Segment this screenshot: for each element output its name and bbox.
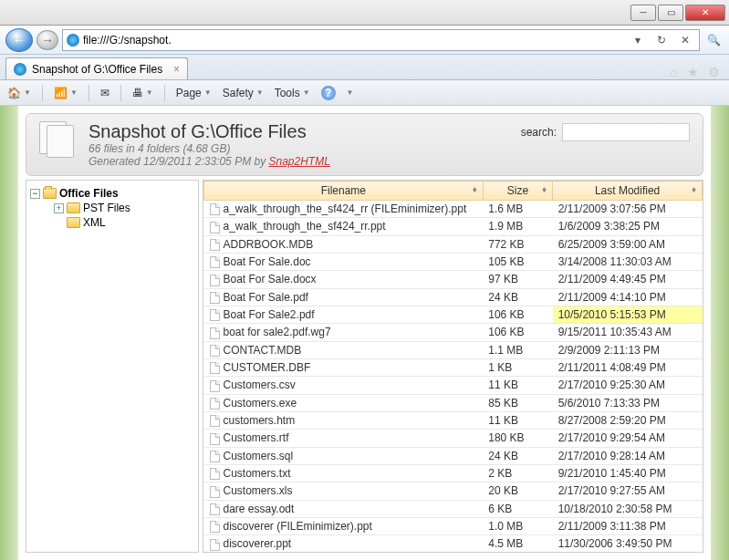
cell-size: 6 KB [483, 500, 552, 517]
refresh-icon[interactable]: ↻ [651, 30, 672, 50]
file-icon [210, 362, 220, 374]
url-input[interactable] [83, 34, 624, 47]
table-row[interactable]: customers.htm11 KB8/27/2008 2:59:20 PM [204, 411, 703, 429]
page-content: Snapshot of G:\Office Files 66 files in … [0, 106, 729, 560]
sort-icon: ♦ [542, 184, 547, 194]
home-menu-icon[interactable]: 🏠▼ [7, 87, 31, 99]
cell-filename: a_walk_through_the_sf424_rr.ppt [204, 218, 484, 235]
snap2html-link[interactable]: Snap2HTML [268, 155, 329, 168]
table-row[interactable]: CONTACT.MDB1.1 MB2/9/2009 2:11:13 PM [204, 341, 703, 358]
table-row[interactable]: ADDRBOOK.MDB772 KB6/25/2009 3:59:00 AM [204, 235, 703, 253]
tree-child[interactable]: + PST Files [30, 201, 194, 215]
expand-icon[interactable]: + [54, 203, 64, 213]
collapse-icon[interactable]: − [30, 189, 40, 199]
home-icon[interactable]: ⌂ [671, 65, 678, 79]
tools-menu[interactable]: Tools▼ [275, 87, 310, 99]
cell-filename: discoverer.ppt [204, 535, 484, 552]
table-row[interactable]: Customers.sql24 KB2/17/2010 9:28:14 AM [204, 447, 703, 464]
file-icon [210, 521, 220, 533]
left-gradient [0, 106, 18, 560]
table-row[interactable]: dare essay.odt6 KB10/18/2010 2:30:58 PM [204, 500, 703, 517]
generated-line: Generated 12/9/2011 2:33:05 PM by Snap2H… [89, 155, 330, 168]
tree-child[interactable]: XML [30, 215, 194, 230]
back-button[interactable]: ← [5, 28, 33, 52]
cell-date: 5/6/2010 7:13:33 PM [553, 394, 703, 411]
table-row[interactable]: discoverer.ppt4.5 MB11/30/2006 3:49:50 P… [204, 535, 703, 552]
table-row[interactable]: Customers.csv11 KB2/17/2010 9:25:30 AM [204, 377, 703, 394]
file-icon [210, 275, 220, 286]
tools-icon[interactable]: ⚙ [708, 65, 720, 79]
table-row[interactable]: Customers.txt2 KB9/21/2010 1:45:40 PM [204, 464, 703, 482]
feeds-icon[interactable]: 📶▼ [54, 87, 78, 99]
table-row[interactable]: Boat For Sale.doc105 KB3/14/2008 11:30:0… [204, 253, 703, 270]
table-row[interactable]: Customers.rtf180 KB2/17/2010 9:29:54 AM [204, 430, 703, 447]
cell-size: 1.6 MB [483, 201, 552, 218]
page-menu[interactable]: Page▼ [176, 87, 212, 99]
column-modified[interactable]: Last Modified♦ [553, 181, 703, 201]
folder-icon [43, 188, 57, 199]
cell-date: 6/25/2009 3:59:00 AM [553, 235, 703, 253]
table-row[interactable]: Customers.exe85 KB5/6/2010 7:13:33 PM [204, 394, 703, 411]
table-row[interactable]: boat for sale2.pdf.wg7106 KB9/15/2011 10… [204, 324, 703, 341]
file-icon [210, 256, 220, 268]
cell-size: 11 KB [483, 411, 552, 429]
window-minimize-button[interactable]: ─ [630, 5, 656, 21]
table-row[interactable]: Customers.xls20 KB2/17/2010 9:27:55 AM [204, 482, 703, 500]
cell-size: 106 KB [483, 306, 552, 323]
print-icon[interactable]: 🖶▼ [132, 87, 153, 99]
table-row[interactable]: Boat For Sale.pdf24 KB2/11/2009 4:14:10 … [204, 288, 703, 306]
column-filename[interactable]: Filename♦ [204, 181, 484, 201]
cell-size: 105 KB [483, 253, 552, 270]
favorites-icon[interactable]: ★ [687, 65, 699, 79]
file-icon [210, 539, 220, 551]
command-bar: 🏠▼ 📶▼ ✉ 🖶▼ Page▼ Safety▼ Tools▼ ?▼ [0, 80, 729, 106]
close-tab-icon[interactable]: × [173, 63, 180, 76]
cell-filename: Customers.exe [204, 394, 484, 411]
tab-strip: Snapshot of G:\Office Files × ⌂ ★ ⚙ [0, 55, 729, 80]
column-size[interactable]: Size♦ [483, 181, 552, 201]
table-row[interactable]: discoverer (FILEminimizer).ppt1.0 MB2/11… [204, 517, 703, 534]
cell-filename: CUSTOMER.DBF [204, 358, 484, 376]
cell-date: 2/9/2009 2:11:13 PM [553, 341, 703, 358]
cell-filename: CONTACT.MDB [204, 341, 484, 358]
file-icon [210, 468, 220, 480]
cell-filename: dare essay.odt [204, 500, 484, 517]
table-row[interactable]: CUSTOMER.DBF1 KB2/11/2011 4:08:49 PM [204, 358, 703, 376]
cell-date: 10/5/2010 5:15:53 PM [553, 306, 703, 323]
forward-button[interactable]: → [36, 30, 58, 50]
cell-date: 9/15/2011 10:35:43 AM [553, 324, 703, 341]
mail-icon[interactable]: ✉ [100, 87, 109, 99]
cell-filename: Customers.xls [204, 482, 484, 500]
cell-size: 4.5 MB [483, 535, 552, 552]
search-icon[interactable]: 🔍 [703, 30, 724, 50]
file-icon [210, 203, 220, 215]
safety-menu[interactable]: Safety▼ [223, 87, 264, 99]
dropdown-icon[interactable]: ▾ [628, 30, 648, 50]
search-input[interactable] [562, 123, 690, 141]
cell-filename: Boat For Sale2.pdf [204, 306, 484, 323]
browser-tab[interactable]: Snapshot of G:\Office Files × [5, 57, 188, 79]
file-icon [210, 451, 220, 462]
table-row[interactable]: Boat For Sale.docx97 KB2/11/2009 4:49:45… [204, 271, 703, 288]
right-gradient [711, 106, 729, 560]
file-count-summary: 66 files in 4 folders (4.68 GB) [89, 142, 330, 155]
table-row[interactable]: a_walk_through_the_sf424_rr (FILEminimiz… [204, 201, 703, 218]
window-maximize-button[interactable]: ▭ [658, 5, 683, 21]
window-close-button[interactable]: ✕ [685, 5, 725, 21]
folder-icon [67, 202, 80, 213]
file-icon [210, 309, 220, 321]
help-icon[interactable]: ? [321, 86, 336, 100]
cell-date: 2/11/2009 4:14:10 PM [553, 288, 703, 306]
cell-size: 24 KB [483, 447, 552, 464]
cell-date: 9/21/2010 1:45:40 PM [553, 464, 703, 482]
tab-title: Snapshot of G:\Office Files [32, 63, 162, 76]
stop-icon[interactable]: ✕ [675, 30, 695, 50]
cell-date: 2/17/2010 9:27:55 AM [553, 482, 703, 500]
cell-size: 1.0 MB [483, 517, 552, 534]
table-row[interactable]: a_walk_through_the_sf424_rr.ppt1.9 MB1/6… [204, 218, 703, 235]
cell-size: 1 KB [483, 358, 552, 376]
table-row[interactable]: Boat For Sale2.pdf106 KB10/5/2010 5:15:5… [204, 306, 703, 323]
file-icon [210, 398, 220, 410]
address-bar[interactable]: ▾ ↻ ✕ [62, 29, 700, 51]
tree-root[interactable]: − Office Files [30, 186, 194, 201]
